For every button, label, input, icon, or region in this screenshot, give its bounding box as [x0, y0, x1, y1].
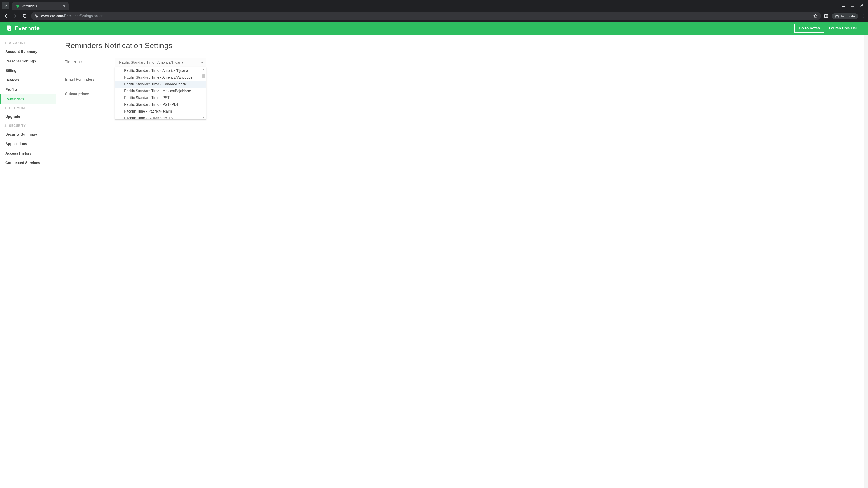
incognito-icon — [835, 14, 839, 18]
arrow-left-icon — [4, 14, 8, 18]
svg-rect-14 — [4, 125, 6, 127]
content: Reminders Notification Settings Timezone… — [56, 35, 868, 488]
tab-strip: Reminders ✕ + — [0, 0, 868, 10]
chevron-down-icon — [4, 4, 7, 7]
star-icon — [813, 14, 817, 18]
browser-tab[interactable]: Reminders ✕ — [12, 2, 69, 10]
row-timezone: Timezone Pacific Standard Time - America… — [65, 58, 859, 67]
site-settings-icon[interactable] — [34, 14, 38, 18]
sidebar-item-billing[interactable]: Billing — [0, 66, 56, 75]
sidebar-item-reminders[interactable]: Reminders — [0, 94, 56, 104]
sidebar-section-getmore: GET MORE — [0, 104, 56, 112]
page-scrollbar[interactable] — [864, 35, 868, 488]
label-email-reminders: Email Reminders — [65, 76, 115, 82]
brand-logo[interactable]: Evernote — [5, 25, 39, 32]
incognito-indicator[interactable]: Incognito — [832, 13, 858, 19]
tab-close-button[interactable]: ✕ — [63, 4, 66, 8]
sidebar-item-account-summary[interactable]: Account Summary — [0, 47, 56, 57]
svg-rect-9 — [827, 14, 828, 18]
combo-scroll-down[interactable]: ▾ — [202, 115, 206, 119]
brand-name: Evernote — [14, 25, 39, 32]
reload-icon — [23, 14, 27, 18]
window-controls — [842, 0, 868, 10]
svg-point-11 — [863, 16, 864, 17]
svg-point-10 — [863, 14, 864, 15]
svg-rect-4 — [35, 17, 36, 17]
arrow-right-icon — [13, 14, 18, 18]
reload-button[interactable] — [22, 13, 28, 19]
sidebar-item-connected-services[interactable]: Connected Services — [0, 158, 56, 168]
timezone-option[interactable]: Pacific Standard Time - Mexico/BajaNorte — [115, 88, 206, 94]
go-to-notes-button[interactable]: Go to notes — [794, 24, 825, 33]
lock-icon — [4, 124, 7, 127]
timezone-option[interactable]: Pitcairn Time - SystemV/PST8 — [115, 115, 206, 120]
app-body: ACCOUNT Account SummaryPersonal Settings… — [0, 35, 868, 488]
triangle-down-icon — [201, 61, 203, 64]
caret-down-icon — [860, 27, 863, 30]
forward-button[interactable] — [12, 13, 19, 19]
upgrade-icon — [4, 106, 7, 110]
timezone-option[interactable]: Pacific Standard Time - PST — [115, 94, 206, 101]
combo-toggle[interactable] — [198, 58, 206, 67]
browser-menu-button[interactable] — [861, 14, 865, 18]
sidebar-section-account: ACCOUNT — [0, 39, 56, 47]
toolbar: evernote.com/ReminderSettings.action Inc… — [0, 10, 868, 22]
sidebar-item-upgrade[interactable]: Upgrade — [0, 112, 56, 122]
sidebar-section-security: SECURITY — [0, 122, 56, 130]
combo-display[interactable]: Pacific Standard Time - America/Tijuana — [115, 58, 206, 67]
user-name: Lauren Dale Deli — [829, 26, 858, 31]
combo-panel: ▴ Pacific Standard Time - America/Tijuan… — [115, 67, 206, 120]
combo-scroll-up[interactable]: ▴ — [202, 68, 206, 71]
close-window-button[interactable] — [860, 4, 864, 7]
svg-point-6 — [35, 15, 37, 16]
maximize-button[interactable] — [851, 4, 854, 7]
sidebar-item-devices[interactable]: Devices — [0, 75, 56, 85]
timezone-select[interactable]: Pacific Standard Time - America/Tijuana … — [115, 58, 206, 67]
user-menu[interactable]: Lauren Dale Deli — [829, 26, 863, 31]
tab-search-button[interactable] — [2, 2, 9, 9]
panel-icon — [824, 14, 829, 18]
sidebar-item-access-history[interactable]: Access History — [0, 149, 56, 158]
timezone-option[interactable]: Pacific Standard Time - America/Tijuana — [115, 67, 206, 74]
timezone-option[interactable]: Pacific Standard Time - America/Vancouve… — [115, 74, 206, 81]
minimize-button[interactable] — [842, 4, 845, 7]
tab-title: Reminders — [22, 4, 37, 8]
user-icon — [4, 41, 7, 45]
timezone-option[interactable]: Pitcairn Time - Pacific/Pitcairn — [115, 108, 206, 115]
incognito-label: Incognito — [841, 14, 855, 18]
app-header: Evernote Go to notes Lauren Dale Deli — [0, 22, 868, 35]
svg-point-12 — [863, 17, 864, 18]
page-title: Reminders Notification Settings — [65, 41, 859, 50]
address-bar[interactable]: evernote.com/ReminderSettings.action — [31, 12, 821, 20]
side-panel-button[interactable] — [824, 14, 829, 18]
sidebar-item-personal-settings[interactable]: Personal Settings — [0, 57, 56, 66]
svg-rect-3 — [37, 15, 38, 15]
svg-point-7 — [36, 17, 37, 18]
evernote-favicon-icon — [16, 4, 20, 8]
kebab-icon — [861, 14, 865, 18]
timezone-option[interactable]: Pacific Standard Time - Canada/Pacific — [115, 81, 206, 88]
label-timezone: Timezone — [65, 58, 115, 64]
browser-chrome: Reminders ✕ + e — [0, 0, 868, 22]
evernote-logo-icon — [5, 25, 12, 32]
sidebar-item-security-summary[interactable]: Security Summary — [0, 130, 56, 139]
bookmark-button[interactable] — [813, 14, 817, 18]
timezone-option[interactable]: Pacific Standard Time - PST8PDT — [115, 101, 206, 108]
new-tab-button[interactable]: + — [70, 3, 77, 9]
svg-rect-1 — [851, 4, 854, 6]
combo-value: Pacific Standard Time - America/Tijuana — [119, 61, 183, 65]
sidebar-item-applications[interactable]: Applications — [0, 139, 56, 149]
url-text: evernote.com/ReminderSettings.action — [41, 14, 103, 18]
combo-scrollbar-thumb[interactable] — [202, 74, 206, 78]
sidebar-item-profile[interactable]: Profile — [0, 85, 56, 94]
back-button[interactable] — [3, 13, 9, 19]
svg-rect-0 — [842, 6, 845, 6]
svg-point-13 — [5, 42, 6, 43]
label-subscriptions: Subscriptions — [65, 90, 115, 96]
sidebar: ACCOUNT Account SummaryPersonal Settings… — [0, 35, 56, 488]
